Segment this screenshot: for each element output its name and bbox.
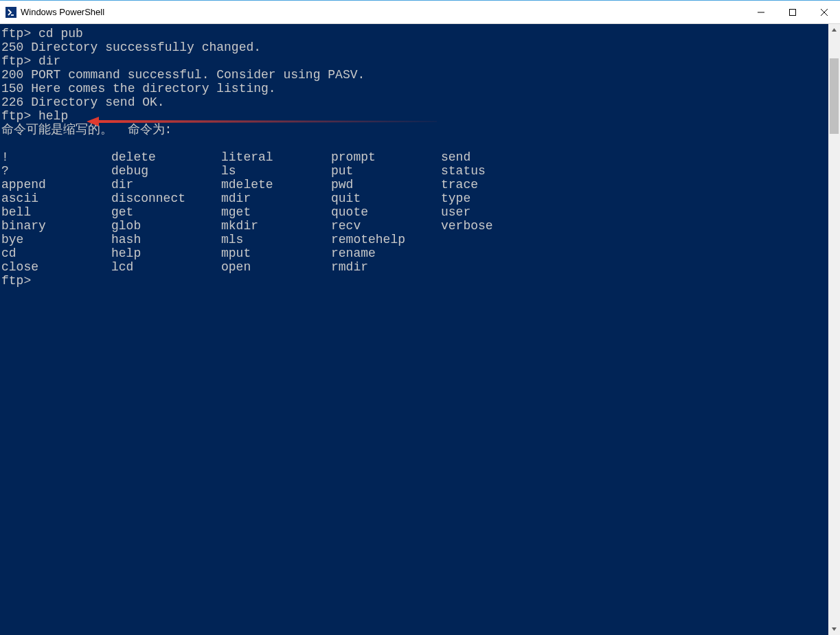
help-command: type xyxy=(441,192,551,205)
terminal-output[interactable]: ftp> cd pub250 Directory successfully ch… xyxy=(0,24,828,635)
help-command: delete xyxy=(111,150,221,164)
help-command: ascii xyxy=(1,192,111,205)
help-command: mls xyxy=(221,233,331,246)
help-command: put xyxy=(331,164,441,178)
help-command: glob xyxy=(111,219,221,233)
help-command: recv xyxy=(331,219,441,233)
help-command xyxy=(441,260,551,274)
help-command xyxy=(441,246,551,260)
help-commands-table: !deleteliteralpromptsend?debuglsputstatu… xyxy=(1,150,551,274)
terminal-line: 250 Directory successfully changed. xyxy=(1,41,828,54)
help-command: send xyxy=(441,150,551,164)
help-command: ? xyxy=(1,164,111,178)
terminal-line: ftp> dir xyxy=(1,54,828,68)
help-command: remotehelp xyxy=(331,233,441,246)
help-command: hash xyxy=(111,233,221,246)
help-command: close xyxy=(1,260,111,274)
powershell-icon xyxy=(5,7,16,18)
close-button[interactable] xyxy=(808,1,840,23)
minimize-button[interactable] xyxy=(745,1,777,23)
vertical-scrollbar[interactable] xyxy=(828,24,840,635)
help-command: lcd xyxy=(111,260,221,274)
help-command: append xyxy=(1,178,111,192)
help-command: literal xyxy=(221,150,331,164)
help-command: trace xyxy=(441,178,551,192)
help-command: prompt xyxy=(331,150,441,164)
help-command: binary xyxy=(1,219,111,233)
terminal-line: ftp> cd pub xyxy=(1,27,828,41)
terminal-line: 150 Here comes the directory listing. xyxy=(1,82,828,95)
help-command: ls xyxy=(221,164,331,178)
help-command: bye xyxy=(1,233,111,246)
help-command: user xyxy=(441,205,551,219)
help-command: mput xyxy=(221,246,331,260)
help-command: ! xyxy=(1,150,111,164)
maximize-button[interactable] xyxy=(777,1,808,23)
help-command: pwd xyxy=(331,178,441,192)
help-command: get xyxy=(111,205,221,219)
scroll-thumb[interactable] xyxy=(830,58,839,134)
help-command: mdir xyxy=(221,192,331,205)
titlebar[interactable]: Windows PowerShell xyxy=(0,1,840,24)
help-command: open xyxy=(221,260,331,274)
help-command: disconnect xyxy=(111,192,221,205)
terminal-line xyxy=(1,137,828,150)
window-title: Windows PowerShell xyxy=(21,7,745,17)
help-command: debug xyxy=(111,164,221,178)
help-command: quit xyxy=(331,192,441,205)
help-command: verbose xyxy=(441,219,551,233)
help-command: rmdir xyxy=(331,260,441,274)
scroll-down-icon[interactable] xyxy=(828,623,840,635)
terminal-area: ftp> cd pub250 Directory successfully ch… xyxy=(0,24,840,635)
help-command xyxy=(441,233,551,246)
terminal-line: 200 PORT command successful. Consider us… xyxy=(1,68,828,82)
scroll-up-icon[interactable] xyxy=(828,24,840,36)
window-controls xyxy=(745,1,840,23)
help-command: quote xyxy=(331,205,441,219)
help-command: mkdir xyxy=(221,219,331,233)
help-command: help xyxy=(111,246,221,260)
help-command: bell xyxy=(1,205,111,219)
help-command: cd xyxy=(1,246,111,260)
help-command: mget xyxy=(221,205,331,219)
help-command: status xyxy=(441,164,551,178)
terminal-line: ftp> help xyxy=(1,109,828,123)
terminal-line: 226 Directory send OK. xyxy=(1,95,828,109)
terminal-line: 命令可能是缩写的。 命令为: xyxy=(1,123,828,137)
help-command: mdelete xyxy=(221,178,331,192)
help-command: dir xyxy=(111,178,221,192)
terminal-prompt: ftp> xyxy=(1,274,828,288)
svg-rect-3 xyxy=(790,9,796,15)
powershell-window: Windows PowerShell ftp> cd pub250 Direct… xyxy=(0,0,840,635)
help-command: rename xyxy=(331,246,441,260)
